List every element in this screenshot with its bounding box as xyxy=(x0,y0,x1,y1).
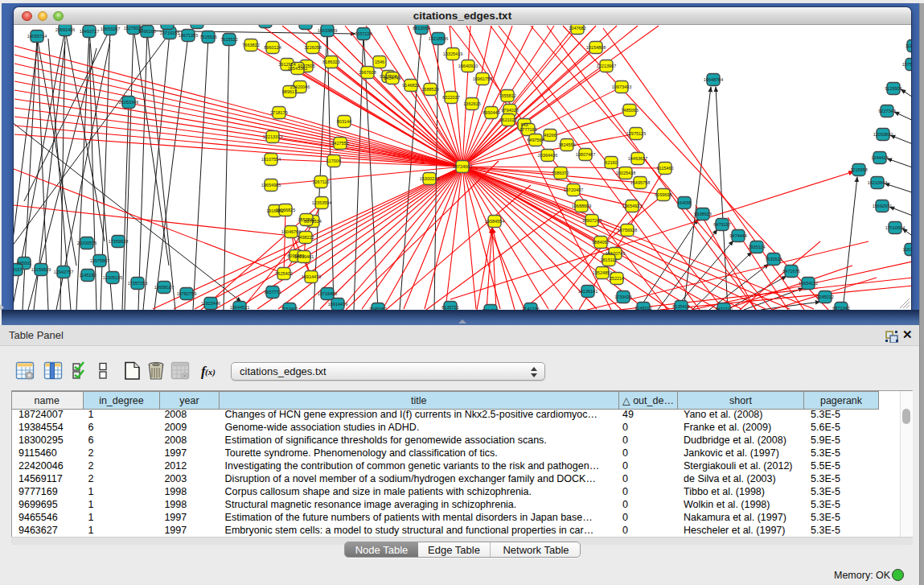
svg-text:9884067: 9884067 xyxy=(592,240,609,245)
svg-text:62160: 62160 xyxy=(605,160,617,165)
svg-text:19654985: 19654985 xyxy=(261,183,281,187)
svg-text:10958107: 10958107 xyxy=(154,285,174,290)
svg-text:16914479: 16914479 xyxy=(328,302,347,307)
svg-text:3267110: 3267110 xyxy=(312,179,329,184)
svg-text:8471676: 8471676 xyxy=(782,269,799,274)
svg-text:3226058: 3226058 xyxy=(304,45,321,50)
svg-text:17359928: 17359928 xyxy=(109,239,128,244)
svg-text:10671355: 10671355 xyxy=(179,33,198,38)
svg-text:1621022: 1621022 xyxy=(499,117,516,122)
svg-text:2967608: 2967608 xyxy=(359,70,376,75)
svg-text:3857832: 3857832 xyxy=(298,217,314,222)
svg-text:6466160: 6466160 xyxy=(138,29,155,34)
svg-text:9227343: 9227343 xyxy=(878,109,895,113)
svg-text:10719155: 10719155 xyxy=(160,31,179,35)
svg-text:11923446: 11923446 xyxy=(201,301,220,306)
svg-text:9777169: 9777169 xyxy=(519,127,536,132)
svg-text:164095: 164095 xyxy=(677,200,692,205)
svg-text:989617: 989617 xyxy=(282,89,297,94)
svg-text:9657771: 9657771 xyxy=(264,290,281,295)
svg-text:1546: 1546 xyxy=(375,60,384,64)
svg-text:6099695: 6099695 xyxy=(655,192,671,197)
svg-text:10025438: 10025438 xyxy=(616,171,635,175)
svg-text:16914479: 16914479 xyxy=(302,274,321,279)
svg-text:(x): (x) xyxy=(205,367,216,377)
svg-text:19166825: 19166825 xyxy=(276,208,295,212)
svg-text:19384554: 19384554 xyxy=(485,219,504,224)
svg-text:117006: 117006 xyxy=(326,159,341,163)
svg-text:15751074: 15751074 xyxy=(902,62,911,67)
svg-text:17357253: 17357253 xyxy=(128,281,147,286)
svg-text:8186323: 8186323 xyxy=(322,60,339,64)
svg-text:7355812: 7355812 xyxy=(499,93,515,98)
svg-text:13325419: 13325419 xyxy=(443,51,462,56)
svg-text:39157: 39157 xyxy=(14,267,23,272)
svg-text:12093832: 12093832 xyxy=(873,132,893,137)
svg-text:5938923: 5938923 xyxy=(694,212,711,216)
svg-text:19218506: 19218506 xyxy=(429,36,448,41)
svg-text:1145190: 1145190 xyxy=(79,273,96,278)
svg-text:8135412: 8135412 xyxy=(672,304,689,309)
svg-text:9129906: 9129906 xyxy=(885,86,901,91)
svg-text:7663822: 7663822 xyxy=(242,43,259,47)
svg-text:1733426: 1733426 xyxy=(614,295,631,299)
svg-text:13524851: 13524851 xyxy=(593,270,612,275)
svg-text:12975867: 12975867 xyxy=(90,258,109,263)
svg-text:9146821: 9146821 xyxy=(402,83,419,88)
svg-text:20991406: 20991406 xyxy=(55,27,75,32)
svg-text:15300213: 15300213 xyxy=(420,176,439,181)
svg-text:12213313: 12213313 xyxy=(263,134,282,139)
svg-text:7515526: 7515526 xyxy=(199,35,216,39)
svg-text:252214: 252214 xyxy=(610,276,624,281)
svg-text:7485063: 7485063 xyxy=(621,108,638,113)
svg-text:1117064: 1117064 xyxy=(906,43,911,48)
svg-text:1815112: 1815112 xyxy=(600,257,617,262)
svg-text:16640910: 16640910 xyxy=(458,64,478,68)
svg-text:1362615: 1362615 xyxy=(463,101,480,106)
svg-text:10154808: 10154808 xyxy=(586,45,606,50)
svg-text:7357224: 7357224 xyxy=(355,31,372,36)
svg-text:10493717: 10493717 xyxy=(80,29,99,34)
svg-text:7625402: 7625402 xyxy=(275,271,292,276)
svg-text:2047682: 2047682 xyxy=(569,26,585,31)
svg-text:14463627: 14463627 xyxy=(628,156,647,161)
svg-text:12305135: 12305135 xyxy=(103,275,122,280)
svg-text:8990449: 8990449 xyxy=(483,110,499,115)
svg-text:1588520: 1588520 xyxy=(421,87,438,92)
svg-text:8960124: 8960124 xyxy=(264,45,281,50)
svg-text:14136141: 14136141 xyxy=(578,289,598,294)
svg-text:20364436: 20364436 xyxy=(538,153,557,158)
svg-text:16961758: 16961758 xyxy=(473,76,492,81)
svg-text:20200576: 20200576 xyxy=(77,241,97,245)
svg-text:12353594: 12353594 xyxy=(312,200,331,205)
svg-text:3824554: 3824554 xyxy=(558,142,575,147)
svg-text:7615522: 7615522 xyxy=(220,37,237,42)
svg-text:15692971: 15692971 xyxy=(873,204,892,208)
svg-text:16210643: 16210643 xyxy=(868,180,887,185)
svg-text:1244415: 1244415 xyxy=(871,155,888,160)
svg-text:10973493: 10973493 xyxy=(612,84,631,89)
svg-text:9245012: 9245012 xyxy=(816,295,833,299)
svg-text:10653267: 10653267 xyxy=(101,27,120,31)
svg-text:16543362: 16543362 xyxy=(288,66,307,71)
svg-text:13654923: 13654923 xyxy=(622,204,642,208)
svg-text:8454749: 8454749 xyxy=(384,76,400,80)
svg-text:8322037: 8322037 xyxy=(442,95,459,100)
svg-text:18724007: 18724007 xyxy=(453,164,472,169)
svg-text:18907249: 18907249 xyxy=(582,218,602,223)
svg-text:14099481: 14099481 xyxy=(294,254,314,259)
svg-text:12942757: 12942757 xyxy=(54,270,73,274)
svg-text:9794028: 9794028 xyxy=(501,108,518,113)
svg-text:1167534: 1167534 xyxy=(902,247,911,252)
svg-text:21053346: 21053346 xyxy=(119,100,138,105)
svg-text:3215958: 3215958 xyxy=(850,167,867,172)
svg-text:16648764: 16648764 xyxy=(704,77,723,82)
svg-text:803144: 803144 xyxy=(337,119,351,124)
svg-text:13716485: 13716485 xyxy=(318,291,337,296)
svg-text:13720407: 13720407 xyxy=(564,187,583,192)
svg-text:3498222: 3498222 xyxy=(297,235,314,240)
svg-text:2935114: 2935114 xyxy=(748,245,765,249)
svg-text:6497564: 6497564 xyxy=(527,138,544,142)
svg-text:12213967: 12213967 xyxy=(597,64,616,68)
svg-text:9474444: 9474444 xyxy=(729,233,746,238)
